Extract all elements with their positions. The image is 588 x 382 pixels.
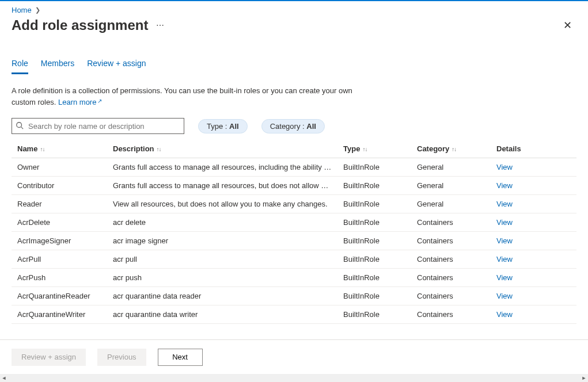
col-header-details-label: Details [496, 144, 521, 153]
cell-description: View all resources, but does not allow y… [107, 195, 337, 213]
filter-type-pill[interactable]: Type : All [198, 119, 248, 133]
col-header-name[interactable]: Name↑↓ [12, 140, 107, 158]
view-link[interactable]: View [496, 236, 513, 245]
view-link[interactable]: View [496, 310, 513, 319]
cell-description: acr quarantine data writer [107, 305, 337, 324]
content-scroll[interactable]: Role Members Review + assign A role defi… [0, 47, 588, 333]
tabs: Role Members Review + assign [12, 55, 576, 75]
sort-icon: ↑↓ [452, 146, 456, 152]
view-link[interactable]: View [496, 181, 513, 190]
tab-role[interactable]: Role [12, 55, 28, 74]
review-assign-button: Review + assign [12, 349, 86, 366]
page-title: Add role assignment [12, 17, 148, 33]
cell-type: BuiltInRole [337, 158, 411, 177]
learn-more-link[interactable]: Learn more↗ [58, 98, 102, 106]
col-header-type[interactable]: Type↑↓ [337, 140, 411, 158]
table-row[interactable]: AcrQuarantineReaderacr quarantine data r… [12, 287, 576, 305]
tab-review-assign[interactable]: Review + assign [87, 55, 146, 74]
horizontal-scrollbar[interactable]: ◄ ► [0, 374, 588, 382]
cell-name: AcrImageSigner [12, 232, 107, 250]
cell-description: acr quarantine data reader [107, 287, 337, 305]
col-header-type-label: Type [343, 144, 360, 153]
svg-line-1 [21, 127, 24, 129]
cell-category: Containers [411, 232, 491, 250]
table-row[interactable]: ReaderView all resources, but does not a… [12, 195, 576, 213]
cell-type: BuiltInRole [337, 287, 411, 305]
cell-details: View [491, 305, 576, 324]
cell-description: Grants full access to manage all resourc… [107, 158, 337, 177]
cell-details: View [491, 232, 576, 250]
search-input[interactable] [27, 121, 180, 131]
cell-details: View [491, 287, 576, 305]
cell-type: BuiltInRole [337, 177, 411, 195]
previous-button: Previous [97, 349, 146, 366]
view-link[interactable]: View [496, 273, 513, 282]
search-input-wrap[interactable] [12, 118, 184, 134]
col-header-category[interactable]: Category↑↓ [411, 140, 491, 158]
cell-name: Reader [12, 195, 107, 213]
cell-category: General [411, 195, 491, 213]
cell-type: BuiltInRole [337, 232, 411, 250]
search-icon [16, 121, 24, 131]
filter-category-value: All [306, 122, 316, 131]
cell-description: Grants full access to manage all resourc… [107, 177, 337, 195]
tab-members[interactable]: Members [41, 55, 74, 74]
cell-description: acr pull [107, 250, 337, 269]
cell-name: AcrQuarantineReader [12, 287, 107, 305]
roles-table: Name↑↓ Description↑↓ Type↑↓ Category↑↓ D… [12, 140, 576, 324]
col-header-description[interactable]: Description↑↓ [107, 140, 337, 158]
col-header-description-label: Description [113, 144, 154, 153]
breadcrumb-home[interactable]: Home [12, 6, 32, 14]
table-header-row: Name↑↓ Description↑↓ Type↑↓ Category↑↓ D… [12, 140, 576, 158]
table-row[interactable]: ContributorGrants full access to manage … [12, 177, 576, 195]
close-icon[interactable]: ✕ [559, 17, 576, 34]
svg-point-0 [17, 122, 22, 127]
col-header-details: Details [491, 140, 576, 158]
cell-description: acr push [107, 269, 337, 287]
view-link[interactable]: View [496, 255, 513, 263]
next-button[interactable]: Next [158, 349, 203, 366]
cell-details: View [491, 177, 576, 195]
col-header-name-label: Name [17, 144, 37, 153]
title-row: Add role assignment ⋯ ✕ [0, 16, 588, 40]
cell-details: View [491, 250, 576, 269]
view-link[interactable]: View [496, 200, 513, 208]
learn-more-label: Learn more [58, 98, 96, 106]
view-link[interactable]: View [496, 163, 513, 171]
cell-details: View [491, 269, 576, 287]
cell-type: BuiltInRole [337, 195, 411, 213]
footer-bar: Review + assign Previous Next [0, 339, 588, 374]
cell-category: Containers [411, 250, 491, 269]
breadcrumb: Home ❯ [0, 1, 588, 16]
cell-category: General [411, 177, 491, 195]
cell-category: Containers [411, 213, 491, 232]
cell-type: BuiltInRole [337, 269, 411, 287]
cell-category: Containers [411, 269, 491, 287]
table-row[interactable]: AcrPullacr pullBuiltInRoleContainersView [12, 250, 576, 269]
cell-details: View [491, 195, 576, 213]
table-row[interactable]: AcrDeleteacr deleteBuiltInRoleContainers… [12, 213, 576, 232]
cell-type: BuiltInRole [337, 250, 411, 269]
table-row[interactable]: OwnerGrants full access to manage all re… [12, 158, 576, 177]
table-row[interactable]: AcrQuarantineWriteracr quarantine data w… [12, 305, 576, 324]
filter-type-value: All [229, 122, 239, 131]
sort-icon: ↑↓ [157, 146, 161, 152]
cell-details: View [491, 158, 576, 177]
table-row[interactable]: AcrPushacr pushBuiltInRoleContainersView [12, 269, 576, 287]
filter-category-pill[interactable]: Category : All [261, 119, 325, 133]
more-actions-icon[interactable]: ⋯ [156, 21, 165, 30]
view-link[interactable]: View [496, 292, 513, 300]
cell-category: Containers [411, 305, 491, 324]
cell-name: AcrQuarantineWriter [12, 305, 107, 324]
scroll-right-icon[interactable]: ► [580, 375, 588, 381]
cell-name: AcrPush [12, 269, 107, 287]
scroll-left-icon[interactable]: ◄ [0, 375, 8, 381]
cell-description: acr delete [107, 213, 337, 232]
cell-type: BuiltInRole [337, 213, 411, 232]
table-row[interactable]: AcrImageSigneracr image signerBuiltInRol… [12, 232, 576, 250]
sort-icon: ↑↓ [362, 146, 367, 152]
sort-icon: ↑↓ [40, 146, 44, 152]
view-link[interactable]: View [496, 218, 513, 227]
description-text: A role definition is a collection of per… [12, 85, 369, 108]
scroll-track[interactable] [8, 375, 580, 381]
